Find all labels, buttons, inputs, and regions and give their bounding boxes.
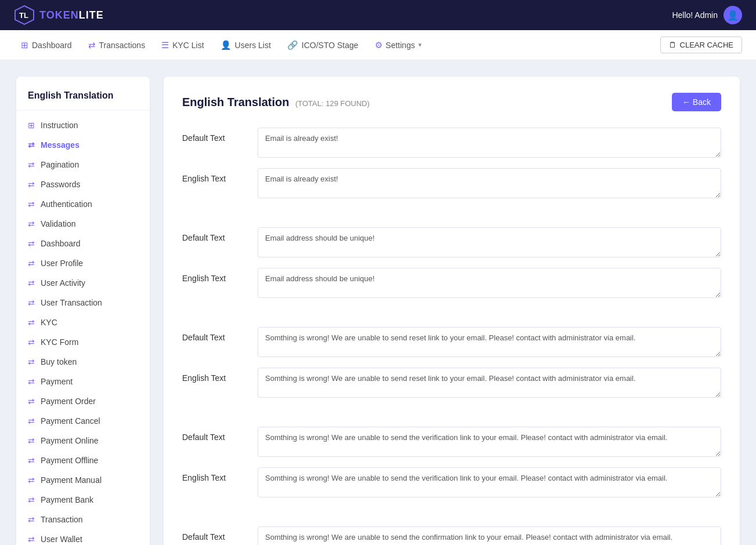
default-text-row-4: Default Text Somthing is wrong! We are u… [182, 526, 721, 545]
settings-icon: ⚙ [375, 40, 382, 50]
sidebar-item-validation[interactable]: ⇄ Validation [16, 214, 150, 234]
sidebar-label-user-profile: User Profile [41, 259, 83, 268]
sidebar-item-payment-cancel[interactable]: ⇄ Payment Cancel [16, 411, 150, 431]
sidebar-label-user-wallet: User Wallet [41, 535, 82, 544]
sidebar-icon-instruction: ⊞ [28, 121, 35, 130]
sidebar-label-kyc: KYC [41, 318, 57, 327]
english-text-input-3[interactable]: Somthing is wrong! We are unable to send… [258, 467, 721, 497]
sidebar-label-payment: Payment [41, 377, 73, 386]
sidebar-icon-payment-cancel: ⇄ [28, 416, 35, 426]
sidebar-item-authentication[interactable]: ⇄ Authentication [16, 194, 150, 214]
form-section-4: Default Text Somthing is wrong! We are u… [182, 526, 721, 545]
form-section-1: Default Text Email address should be uni… [182, 227, 721, 313]
sidebar-label-pagination: Pagination [41, 160, 79, 169]
form-sections: Default Text Email is already exist! Eng… [182, 128, 721, 545]
content-total: (TOTAL: 129 FOUND) [295, 99, 370, 108]
sidebar-icon-validation: ⇄ [28, 219, 35, 228]
sidebar-label-transaction: Transaction [41, 515, 83, 524]
english-text-label-2: English Text [182, 368, 246, 383]
content-header: English Translation (TOTAL: 129 FOUND) ←… [182, 93, 721, 111]
english-text-input-1[interactable]: Email address should be unique! [258, 268, 721, 298]
sidebar-item-kyc[interactable]: ⇄ KYC [16, 313, 150, 332]
sidebar-item-user-wallet[interactable]: ⇄ User Wallet [16, 529, 150, 545]
sidebar-label-validation: Validation [41, 219, 75, 228]
nav-transactions-label: Transactions [99, 41, 146, 50]
clear-cache-button[interactable]: 🗒 CLEAR CACHE [660, 37, 742, 53]
english-text-input-0[interactable]: Email is already exist! [258, 168, 721, 198]
sidebar-item-payment-bank[interactable]: ⇄ Payment Bank [16, 490, 150, 510]
sidebar-label-payment-bank: Payment Bank [41, 495, 93, 504]
settings-chevron-icon: ▾ [418, 41, 422, 49]
sidebar-icon-authentication: ⇄ [28, 199, 35, 209]
sidebar-label-instruction: Instruction [41, 121, 78, 130]
english-text-label-3: English Text [182, 467, 246, 482]
clear-cache-label: CLEAR CACHE [680, 41, 733, 49]
kyc-list-icon: ☰ [161, 40, 169, 50]
sidebar-icon-pagination: ⇄ [28, 160, 35, 169]
default-text-input-3[interactable]: Somthing is wrong! We are unable to send… [258, 427, 721, 457]
sidebar-label-payment-online: Payment Online [41, 436, 99, 445]
nav-ico-sto[interactable]: 🔗 ICO/STO Stage [280, 37, 366, 54]
sidebar-item-kyc-form[interactable]: ⇄ KYC Form [16, 332, 150, 352]
form-section-2: Default Text Somthing is wrong! We are u… [182, 327, 721, 413]
default-text-input-4[interactable]: Somthing is wrong! We are unable to send… [258, 526, 721, 545]
sidebar-item-passwords[interactable]: ⇄ Passwords [16, 175, 150, 194]
sidebar-item-instruction[interactable]: ⊞ Instruction [16, 115, 150, 135]
sidebar-item-payment-offline[interactable]: ⇄ Payment Offline [16, 450, 150, 470]
nav-ico-sto-label: ICO/STO Stage [302, 41, 359, 50]
sidebar-item-user-transaction[interactable]: ⇄ User Transaction [16, 293, 150, 313]
sidebar-item-payment[interactable]: ⇄ Payment [16, 372, 150, 391]
sidebar-icon-kyc: ⇄ [28, 318, 35, 327]
sidebar-icon-messages: ⇄ [28, 140, 35, 150]
sidebar-label-user-transaction: User Transaction [41, 298, 102, 307]
sidebar-label-payment-cancel: Payment Cancel [41, 416, 100, 426]
transactions-icon: ⇄ [88, 40, 96, 50]
sidebar-item-buy-token[interactable]: ⇄ Buy token [16, 352, 150, 372]
sidebar-icon-passwords: ⇄ [28, 180, 35, 189]
sidebar-item-payment-online[interactable]: ⇄ Payment Online [16, 431, 150, 450]
sidebar-item-payment-order[interactable]: ⇄ Payment Order [16, 391, 150, 411]
sidebar-icon-user-activity: ⇄ [28, 278, 35, 288]
dashboard-icon: ⊞ [21, 40, 28, 50]
sidebar-item-payment-manual[interactable]: ⇄ Payment Manual [16, 470, 150, 490]
sidebar-item-pagination[interactable]: ⇄ Pagination [16, 155, 150, 175]
sidebar-icon-transaction: ⇄ [28, 515, 35, 524]
english-text-row-0: English Text Email is already exist! [182, 168, 721, 198]
logo-text: TOKENLITE [39, 9, 104, 21]
sidebar-label-kyc-form: KYC Form [41, 337, 78, 347]
english-text-input-2[interactable]: Somthing is wrong! We are unable to send… [258, 368, 721, 398]
content-area: English Translation (TOTAL: 129 FOUND) ←… [164, 77, 740, 545]
default-text-label-1: Default Text [182, 227, 246, 242]
default-text-input-1[interactable]: Email address should be unique! [258, 227, 721, 257]
english-text-row-1: English Text Email address should be uni… [182, 268, 721, 298]
sidebar-icon-payment-bank: ⇄ [28, 495, 35, 504]
sidebar-label-payment-manual: Payment Manual [41, 475, 102, 485]
sidebar-label-payment-offline: Payment Offline [41, 456, 98, 465]
default-text-input-0[interactable]: Email is already exist! [258, 128, 721, 158]
sidebar-icon-kyc-form: ⇄ [28, 337, 35, 347]
avatar[interactable]: 👤 [724, 6, 742, 24]
english-text-label-0: English Text [182, 168, 246, 183]
back-button[interactable]: ← Back [672, 93, 721, 111]
default-text-label-2: Default Text [182, 327, 246, 342]
nav-users-list[interactable]: 👤 Users List [214, 37, 278, 54]
default-text-input-2[interactable]: Somthing is wrong! We are unable to send… [258, 327, 721, 357]
sidebar-item-user-activity[interactable]: ⇄ User Activity [16, 273, 150, 293]
svg-text:TL: TL [19, 11, 28, 20]
content-title: English Translation [182, 96, 289, 108]
ico-sto-icon: 🔗 [287, 40, 298, 50]
logo: TL TOKENLITE [14, 5, 104, 26]
cache-icon: 🗒 [669, 41, 677, 49]
main-header: TL TOKENLITE Hello! Admin 👤 [0, 0, 756, 30]
sidebar-item-user-profile[interactable]: ⇄ User Profile [16, 253, 150, 273]
sidebar-label-authentication: Authentication [41, 199, 92, 209]
sidebar-item-dashboard[interactable]: ⇄ Dashboard [16, 234, 150, 253]
nav-kyc-list[interactable]: ☰ KYC List [154, 37, 211, 54]
sidebar-item-messages[interactable]: ⇄ Messages [16, 135, 150, 155]
nav-transactions[interactable]: ⇄ Transactions [81, 37, 153, 54]
sidebar-icon-user-wallet: ⇄ [28, 535, 35, 544]
sidebar-item-transaction[interactable]: ⇄ Transaction [16, 510, 150, 529]
nav-settings[interactable]: ⚙ Settings ▾ [368, 37, 429, 54]
content-title-area: English Translation (TOTAL: 129 FOUND) [182, 96, 370, 109]
nav-dashboard[interactable]: ⊞ Dashboard [14, 37, 79, 54]
